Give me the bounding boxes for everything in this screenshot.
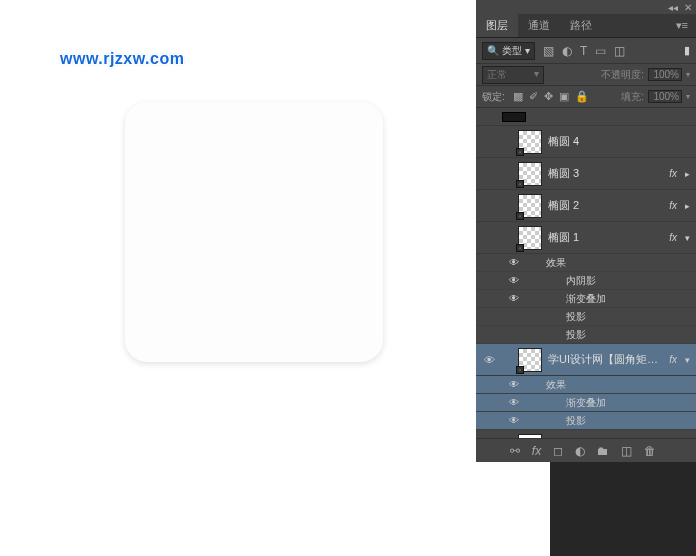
folder-icon[interactable]: 🖿 xyxy=(597,444,609,458)
lock-transparency-icon[interactable]: ▩ xyxy=(513,90,523,103)
layer-thumbnail: ▫ xyxy=(518,194,542,218)
shape-badge-icon: ▫ xyxy=(516,244,524,252)
layer-row-ellipse1[interactable]: ▫ 椭圆 1 fx ▾ xyxy=(476,222,696,254)
effect-gradient-overlay[interactable]: 👁 渐变叠加 xyxy=(476,394,696,412)
effect-name: 投影 xyxy=(566,310,586,324)
layer-row-ellipse4[interactable]: ▫ 椭圆 4 xyxy=(476,126,696,158)
visibility-toggle[interactable] xyxy=(482,199,496,213)
filter-shape-icon[interactable]: ▭ xyxy=(595,44,606,58)
fx-badge[interactable]: fx xyxy=(669,200,677,211)
lock-artboard-icon[interactable]: ▣ xyxy=(559,90,569,103)
chevron-down-icon[interactable]: ▾ xyxy=(686,92,690,101)
canvas-area: www.rjzxw.com xyxy=(0,0,475,556)
lock-row: 锁定: ▩ ✐ ✥ ▣ 🔒 填充: 100% ▾ xyxy=(476,86,696,108)
tab-layers[interactable]: 图层 xyxy=(476,14,518,37)
close-panel-icon[interactable]: ✕ xyxy=(684,2,692,13)
layer-name[interactable]: 椭圆 2 xyxy=(548,198,663,213)
layers-bottom-toolbar: ⚯ fx ◻ ◐ 🖿 ◫ 🗑 xyxy=(476,438,696,462)
trash-icon[interactable]: 🗑 xyxy=(644,444,656,458)
filter-smart-icon[interactable]: ◫ xyxy=(614,44,625,58)
visibility-toggle[interactable] xyxy=(482,135,496,149)
layers-panel: ◂◂ ✕ 图层 通道 路径 ▾≡ 🔍 类型 ▾ ▧ ◐ T ▭ ◫ ▮ 正常 ▾… xyxy=(476,0,696,462)
effect-gradient-overlay[interactable]: 👁 渐变叠加 xyxy=(476,290,696,308)
visibility-toggle[interactable]: 👁 xyxy=(508,257,520,269)
effect-name: 内阴影 xyxy=(566,274,596,288)
effect-drop-shadow[interactable]: 👁 投影 xyxy=(476,412,696,430)
shape-badge-icon: ▫ xyxy=(516,180,524,188)
filter-adjust-icon[interactable]: ◐ xyxy=(562,44,572,58)
effects-label: 效果 xyxy=(546,256,566,270)
shape-badge-icon: ▫ xyxy=(516,212,524,220)
visibility-toggle[interactable] xyxy=(508,311,520,323)
layer-row-background[interactable]: 👁 背景 🔒 xyxy=(476,430,696,438)
tab-channels[interactable]: 通道 xyxy=(518,14,560,37)
blend-mode-row: 正常 ▾ 不透明度: 100% ▾ xyxy=(476,64,696,86)
effect-drop-shadow[interactable]: 投影 xyxy=(476,308,696,326)
visibility-toggle[interactable]: 👁 xyxy=(508,275,520,287)
filter-toggle-icon[interactable]: ▮ xyxy=(684,44,690,57)
panel-tabs: 图层 通道 路径 ▾≡ xyxy=(476,14,696,38)
fx-badge[interactable]: fx xyxy=(669,354,677,365)
lock-label: 锁定: xyxy=(482,90,505,104)
layer-row-ellipse3[interactable]: ▫ 椭圆 3 fx ▸ xyxy=(476,158,696,190)
effect-name: 渐变叠加 xyxy=(566,396,606,410)
shape-badge-icon: ▫ xyxy=(516,148,524,156)
effect-drop-shadow-2[interactable]: 投影 xyxy=(476,326,696,344)
fx-badge[interactable]: fx xyxy=(669,232,677,243)
layer-filter-row: 🔍 类型 ▾ ▧ ◐ T ▭ ◫ ▮ xyxy=(476,38,696,64)
effects-header-row[interactable]: 👁 效果 xyxy=(476,254,696,272)
chevron-down-icon[interactable]: ▾ xyxy=(685,355,690,365)
opacity-input[interactable]: 100% xyxy=(648,68,682,81)
filter-search-icon: 🔍 xyxy=(487,45,499,56)
fx-icon[interactable]: fx xyxy=(532,444,541,458)
layer-name[interactable]: 椭圆 1 xyxy=(548,230,663,245)
filter-type-select[interactable]: 🔍 类型 ▾ xyxy=(482,42,535,60)
fill-input[interactable]: 100% xyxy=(648,90,682,103)
new-layer-icon[interactable]: ◫ xyxy=(621,444,632,458)
visibility-toggle[interactable]: 👁 xyxy=(508,415,520,427)
collapse-icon[interactable]: ◂◂ xyxy=(668,2,678,13)
layer-thumbnail xyxy=(518,434,542,439)
effect-name: 渐变叠加 xyxy=(566,292,606,306)
mask-icon[interactable]: ◻ xyxy=(553,444,563,458)
effect-name: 投影 xyxy=(566,328,586,342)
link-layers-icon[interactable]: ⚯ xyxy=(510,444,520,458)
visibility-toggle[interactable] xyxy=(482,167,496,181)
chevron-right-icon[interactable]: ▸ xyxy=(685,201,690,211)
visibility-toggle[interactable]: 👁 xyxy=(508,379,520,391)
lock-brush-icon[interactable]: ✐ xyxy=(529,90,538,103)
adjustment-icon[interactable]: ◐ xyxy=(575,444,585,458)
visibility-toggle[interactable]: 👁 xyxy=(482,353,496,367)
layer-row-roundrect[interactable]: 👁 ▫ 学UI设计网【圆角矩形】 fx ▾ xyxy=(476,344,696,376)
chevron-down-icon[interactable]: ▾ xyxy=(685,233,690,243)
visibility-toggle[interactable] xyxy=(508,329,520,341)
layer-row-ellipse2[interactable]: ▫ 椭圆 2 fx ▸ xyxy=(476,190,696,222)
lock-position-icon[interactable]: ✥ xyxy=(544,90,553,103)
chevron-right-icon[interactable]: ▸ xyxy=(685,169,690,179)
layer-thumbnail xyxy=(502,112,526,122)
fill-label: 填充: xyxy=(621,90,644,104)
effects-header-row[interactable]: 👁 效果 xyxy=(476,376,696,394)
layer-name[interactable]: 椭圆 4 xyxy=(548,134,690,149)
filter-pixel-icon[interactable]: ▧ xyxy=(543,44,554,58)
effects-label: 效果 xyxy=(546,378,566,392)
watermark-text: www.rjzxw.com xyxy=(60,50,184,68)
layer-row-partial[interactable] xyxy=(476,108,696,126)
lock-all-icon[interactable]: 🔒 xyxy=(575,90,589,103)
opacity-label: 不透明度: xyxy=(601,68,644,82)
visibility-toggle[interactable]: 👁 xyxy=(508,293,520,305)
blend-mode-select[interactable]: 正常 ▾ xyxy=(482,66,544,84)
chevron-down-icon[interactable]: ▾ xyxy=(686,70,690,79)
effect-inner-shadow[interactable]: 👁 内阴影 xyxy=(476,272,696,290)
visibility-toggle[interactable] xyxy=(482,231,496,245)
panel-menu-icon[interactable]: ▾≡ xyxy=(668,14,696,37)
layer-name[interactable]: 学UI设计网【圆角矩形】 xyxy=(548,352,663,367)
layer-thumbnail: ▫ xyxy=(518,348,542,372)
layer-thumbnail: ▫ xyxy=(518,226,542,250)
tab-paths[interactable]: 路径 xyxy=(560,14,602,37)
chevron-down-icon: ▾ xyxy=(534,68,539,82)
filter-type-icon[interactable]: T xyxy=(580,44,587,58)
visibility-toggle[interactable]: 👁 xyxy=(508,397,520,409)
fx-badge[interactable]: fx xyxy=(669,168,677,179)
layer-name[interactable]: 椭圆 3 xyxy=(548,166,663,181)
